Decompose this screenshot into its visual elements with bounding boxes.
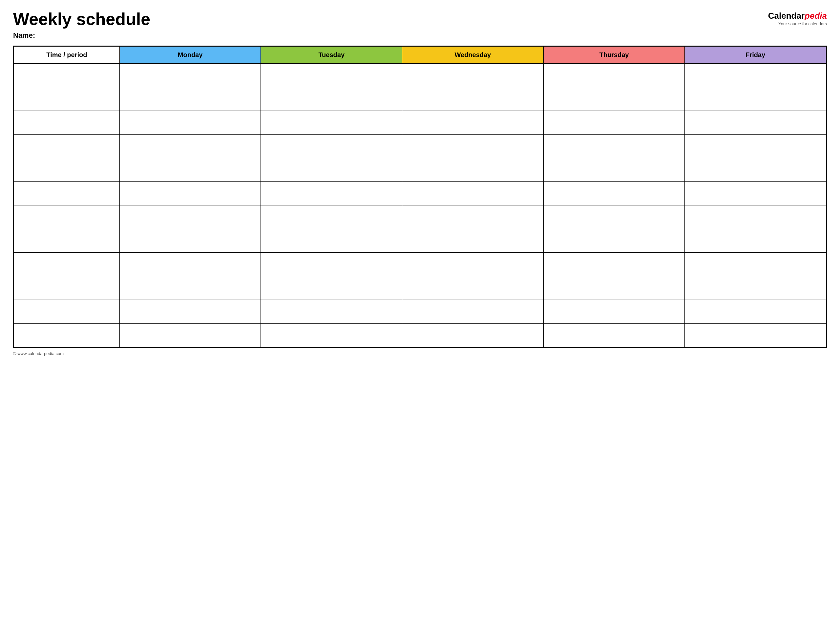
schedule-cell[interactable] — [261, 64, 402, 87]
logo-part2: pedia — [805, 11, 827, 21]
time-cell[interactable] — [14, 229, 120, 253]
schedule-container: Time / period Monday Tuesday Wednesday T… — [13, 46, 827, 348]
table-row — [14, 229, 826, 253]
schedule-cell[interactable] — [120, 229, 261, 253]
logo-part1: Calendar — [768, 11, 805, 21]
schedule-cell[interactable] — [402, 276, 544, 300]
schedule-cell[interactable] — [543, 300, 685, 324]
schedule-cell[interactable] — [120, 276, 261, 300]
schedule-cell[interactable] — [685, 64, 826, 87]
schedule-cell[interactable] — [543, 134, 685, 158]
time-cell[interactable] — [14, 182, 120, 206]
footer-url: © www.calendarpedia.com — [13, 351, 64, 356]
schedule-cell[interactable] — [685, 134, 826, 158]
schedule-cell[interactable] — [685, 276, 826, 300]
schedule-cell[interactable] — [402, 206, 544, 229]
schedule-cell[interactable] — [120, 64, 261, 87]
schedule-cell[interactable] — [261, 324, 402, 347]
schedule-cell[interactable] — [402, 229, 544, 253]
page-header: Weekly schedule Name: Calendarpedia Your… — [13, 10, 827, 40]
table-row — [14, 253, 826, 276]
footer: © www.calendarpedia.com — [13, 351, 827, 356]
schedule-cell[interactable] — [261, 300, 402, 324]
schedule-cell[interactable] — [261, 229, 402, 253]
schedule-cell[interactable] — [402, 182, 544, 206]
schedule-cell[interactable] — [120, 111, 261, 134]
table-row — [14, 64, 826, 87]
schedule-cell[interactable] — [543, 182, 685, 206]
schedule-cell[interactable] — [543, 87, 685, 111]
schedule-cell[interactable] — [685, 324, 826, 347]
schedule-cell[interactable] — [261, 182, 402, 206]
table-row — [14, 134, 826, 158]
schedule-cell[interactable] — [261, 111, 402, 134]
schedule-cell[interactable] — [261, 276, 402, 300]
time-cell[interactable] — [14, 134, 120, 158]
time-cell[interactable] — [14, 87, 120, 111]
schedule-cell[interactable] — [685, 206, 826, 229]
schedule-cell[interactable] — [261, 253, 402, 276]
time-cell[interactable] — [14, 206, 120, 229]
schedule-cell[interactable] — [120, 182, 261, 206]
schedule-body — [14, 64, 826, 347]
schedule-cell[interactable] — [402, 111, 544, 134]
schedule-cell[interactable] — [402, 87, 544, 111]
schedule-cell[interactable] — [543, 229, 685, 253]
schedule-cell[interactable] — [402, 158, 544, 182]
schedule-cell[interactable] — [543, 253, 685, 276]
schedule-cell[interactable] — [685, 229, 826, 253]
schedule-cell[interactable] — [120, 324, 261, 347]
logo-text: Calendarpedia — [768, 11, 827, 21]
time-cell[interactable] — [14, 300, 120, 324]
schedule-cell[interactable] — [402, 324, 544, 347]
table-row — [14, 276, 826, 300]
time-cell[interactable] — [14, 324, 120, 347]
time-cell[interactable] — [14, 158, 120, 182]
schedule-cell[interactable] — [402, 134, 544, 158]
schedule-cell[interactable] — [120, 87, 261, 111]
logo-tagline: Your source for calendars — [778, 21, 827, 26]
schedule-cell[interactable] — [543, 206, 685, 229]
schedule-cell[interactable] — [543, 276, 685, 300]
time-cell[interactable] — [14, 276, 120, 300]
schedule-cell[interactable] — [120, 300, 261, 324]
schedule-cell[interactable] — [685, 111, 826, 134]
table-row — [14, 158, 826, 182]
schedule-cell[interactable] — [261, 206, 402, 229]
schedule-cell[interactable] — [261, 158, 402, 182]
time-cell[interactable] — [14, 64, 120, 87]
time-cell[interactable] — [14, 111, 120, 134]
schedule-cell[interactable] — [402, 253, 544, 276]
schedule-cell[interactable] — [543, 64, 685, 87]
table-row — [14, 324, 826, 347]
table-row — [14, 182, 826, 206]
schedule-cell[interactable] — [402, 64, 544, 87]
schedule-cell[interactable] — [120, 206, 261, 229]
schedule-cell[interactable] — [543, 324, 685, 347]
schedule-cell[interactable] — [402, 300, 544, 324]
col-tuesday: Tuesday — [261, 47, 402, 64]
schedule-cell[interactable] — [120, 158, 261, 182]
header-row: Time / period Monday Tuesday Wednesday T… — [14, 47, 826, 64]
schedule-cell[interactable] — [543, 158, 685, 182]
logo-section: Calendarpedia Your source for calendars — [768, 11, 827, 26]
title-section: Weekly schedule Name: — [13, 10, 150, 40]
time-cell[interactable] — [14, 253, 120, 276]
schedule-cell[interactable] — [685, 182, 826, 206]
col-friday: Friday — [685, 47, 826, 64]
schedule-cell[interactable] — [685, 87, 826, 111]
name-label: Name: — [13, 31, 150, 40]
schedule-cell[interactable] — [685, 253, 826, 276]
schedule-cell[interactable] — [120, 134, 261, 158]
col-wednesday: Wednesday — [402, 47, 544, 64]
page-title: Weekly schedule — [13, 10, 150, 28]
schedule-cell[interactable] — [685, 300, 826, 324]
schedule-cell[interactable] — [120, 253, 261, 276]
col-monday: Monday — [120, 47, 261, 64]
schedule-cell[interactable] — [261, 134, 402, 158]
schedule-cell[interactable] — [543, 111, 685, 134]
table-row — [14, 111, 826, 134]
schedule-cell[interactable] — [685, 158, 826, 182]
table-row — [14, 300, 826, 324]
schedule-cell[interactable] — [261, 87, 402, 111]
